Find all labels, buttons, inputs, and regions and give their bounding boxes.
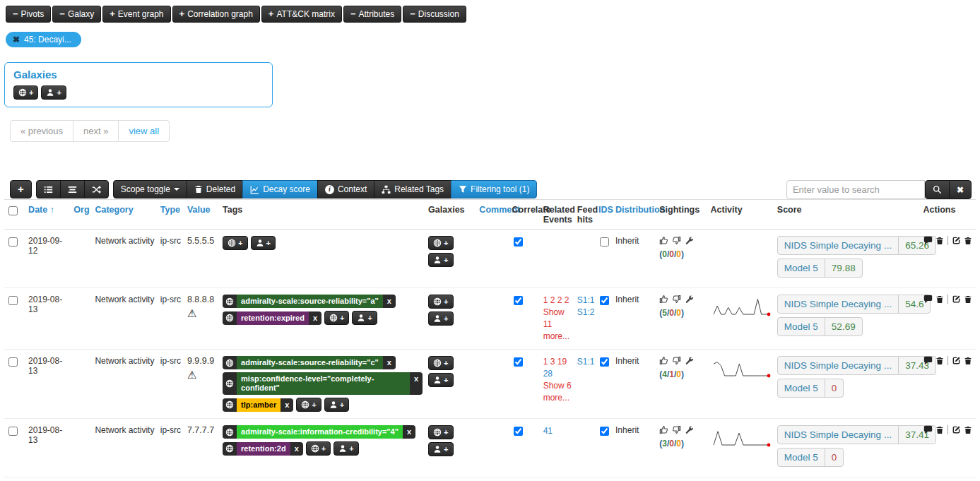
trash-icon[interactable] bbox=[964, 426, 972, 434]
shuffle-view-button[interactable] bbox=[84, 180, 109, 198]
related-tags-button[interactable]: Related Tags bbox=[374, 180, 451, 198]
edit-icon[interactable] bbox=[952, 236, 961, 245]
tag[interactable]: retention:2dx bbox=[223, 442, 303, 456]
add-person-local-tag-button[interactable]: + bbox=[251, 236, 276, 250]
remove-tag-button[interactable]: x bbox=[403, 425, 415, 439]
add-globe-row-galaxy-button[interactable]: + bbox=[428, 236, 453, 250]
tag[interactable]: admiralty-scale:source-reliability="c"x bbox=[223, 356, 396, 369]
remove-tag-button[interactable]: x bbox=[410, 372, 423, 395]
decay-score-badge[interactable]: Model 50 bbox=[777, 379, 844, 398]
scope-toggle-button[interactable]: Scope toggle bbox=[113, 180, 187, 198]
correlate-checkbox[interactable] bbox=[514, 237, 523, 247]
proposal-view-button[interactable] bbox=[60, 180, 85, 198]
comment-icon[interactable] bbox=[923, 295, 933, 304]
thumbs-down-icon[interactable] bbox=[672, 425, 681, 434]
related-event-link[interactable]: 1 bbox=[543, 357, 548, 367]
related-event-link[interactable]: 3 bbox=[550, 357, 555, 367]
thumbs-down-icon[interactable] bbox=[672, 295, 681, 304]
remove-tag-button[interactable]: x bbox=[383, 295, 396, 308]
row-select-checkbox[interactable] bbox=[8, 427, 18, 436]
correlate-checkbox[interactable] bbox=[514, 427, 523, 436]
ids-checkbox[interactable] bbox=[600, 237, 609, 247]
add-globe-tag-button[interactable]: + bbox=[296, 398, 321, 412]
previous-page-button[interactable]: « previous bbox=[10, 120, 73, 142]
ids-checkbox[interactable] bbox=[600, 427, 609, 436]
tab-pivots[interactable]: −Pivots bbox=[6, 6, 51, 23]
column-header-value[interactable]: Value bbox=[184, 200, 220, 230]
trash-icon[interactable] bbox=[964, 295, 972, 304]
clear-search-button[interactable]: ✖ bbox=[949, 180, 972, 199]
tab-discussion[interactable]: −Discussion bbox=[403, 6, 466, 23]
add-globe-row-galaxy-button[interactable]: + bbox=[428, 425, 453, 439]
decay-score-badge[interactable]: Model 579.88 bbox=[777, 259, 863, 278]
column-header-ids[interactable]: IDS bbox=[596, 200, 613, 230]
decay-score-badge[interactable]: Model 552.69 bbox=[777, 317, 863, 336]
add-attribute-button[interactable]: + bbox=[10, 180, 32, 198]
trash-icon[interactable] bbox=[964, 237, 972, 245]
thumbs-down-icon[interactable] bbox=[672, 236, 681, 245]
column-header-comment[interactable]: Comment bbox=[476, 200, 509, 230]
add-person-row-local-galaxy-button[interactable]: + bbox=[428, 442, 453, 456]
thumbs-up-icon[interactable] bbox=[659, 425, 668, 434]
trash-icon[interactable] bbox=[935, 237, 944, 245]
correlate-checkbox[interactable] bbox=[514, 296, 523, 305]
thumbs-down-icon[interactable] bbox=[672, 356, 681, 365]
edit-icon[interactable] bbox=[952, 295, 961, 304]
correlate-checkbox[interactable] bbox=[514, 357, 523, 367]
add-person-row-local-galaxy-button[interactable]: + bbox=[428, 373, 453, 387]
wrench-icon[interactable] bbox=[685, 295, 694, 304]
add-person-row-local-galaxy-button[interactable]: + bbox=[428, 253, 453, 267]
trash-icon[interactable] bbox=[964, 357, 972, 365]
next-page-button[interactable]: next » bbox=[73, 120, 119, 142]
tab-event-graph[interactable]: +Event graph bbox=[102, 6, 170, 23]
trash-icon[interactable] bbox=[935, 295, 944, 304]
related-event-link[interactable]: 2 bbox=[557, 295, 562, 305]
tag[interactable]: admiralty-scale:information-credibility=… bbox=[223, 425, 415, 439]
add-person-local-tag-button[interactable]: + bbox=[324, 398, 349, 412]
related-event-link[interactable]: 2 bbox=[565, 295, 569, 305]
decay-score-button[interactable]: Decay score bbox=[242, 180, 318, 198]
tag[interactable]: admiralty-scale:source-reliability="a"x bbox=[223, 295, 396, 308]
add-person-local-galaxy-button[interactable]: + bbox=[41, 85, 66, 100]
decay-score-badge[interactable]: NIDS Simple Decaying ...54.6 bbox=[777, 295, 931, 314]
select-all-checkbox[interactable] bbox=[8, 206, 18, 215]
column-header-type[interactable]: Type bbox=[158, 200, 184, 230]
add-globe-tag-button[interactable]: + bbox=[324, 311, 349, 325]
column-header-org[interactable]: Org bbox=[71, 200, 92, 230]
pivot-pill[interactable]: ✖ 45: Decayi... bbox=[6, 32, 81, 47]
related-event-link[interactable]: Show 6 more... bbox=[543, 381, 572, 403]
tab-att-ck-matrix[interactable]: +ATT&CK matrix bbox=[261, 6, 342, 23]
add-globe-row-galaxy-button[interactable]: + bbox=[428, 295, 453, 309]
comment-icon[interactable] bbox=[923, 425, 933, 434]
tag[interactable]: tlp:amberx bbox=[223, 398, 293, 412]
add-person-local-tag-button[interactable]: + bbox=[352, 311, 377, 325]
close-icon[interactable]: ✖ bbox=[13, 35, 20, 44]
feed-hit-link[interactable]: S1:2 bbox=[577, 307, 593, 319]
tab-correlation-graph[interactable]: +Correlation graph bbox=[172, 6, 260, 23]
feed-hit-link[interactable]: S1:1 bbox=[577, 356, 593, 368]
view-all-button[interactable]: view all bbox=[118, 120, 170, 142]
tab-attributes[interactable]: −Attributes bbox=[343, 6, 401, 23]
decay-score-badge[interactable]: Model 50 bbox=[777, 448, 844, 467]
trash-icon[interactable] bbox=[935, 357, 944, 365]
decay-score-badge[interactable]: NIDS Simple Decaying ...37.43 bbox=[777, 356, 936, 375]
thumbs-up-icon[interactable] bbox=[659, 295, 668, 304]
related-event-link[interactable]: 19 bbox=[557, 357, 567, 367]
ids-checkbox[interactable] bbox=[600, 296, 609, 305]
add-globe-tag-button[interactable]: + bbox=[223, 236, 247, 250]
list-view-button[interactable] bbox=[36, 180, 61, 198]
search-button[interactable] bbox=[925, 180, 950, 199]
edit-icon[interactable] bbox=[952, 356, 961, 365]
related-event-link[interactable]: Show 11 more... bbox=[543, 307, 569, 341]
tab-galaxy[interactable]: −Galaxy bbox=[52, 6, 101, 23]
related-event-link[interactable]: 2 bbox=[550, 295, 555, 305]
ids-checkbox[interactable] bbox=[600, 357, 609, 367]
row-select-checkbox[interactable] bbox=[8, 296, 18, 305]
edit-icon[interactable] bbox=[952, 425, 961, 434]
add-person-local-tag-button[interactable]: + bbox=[333, 441, 358, 456]
thumbs-up-icon[interactable] bbox=[659, 236, 668, 245]
decay-score-badge[interactable]: NIDS Simple Decaying ...37.41 bbox=[777, 425, 936, 444]
add-globe-galaxy-button[interactable]: + bbox=[13, 85, 38, 100]
remove-tag-button[interactable]: x bbox=[383, 356, 396, 369]
decay-score-badge[interactable]: NIDS Simple Decaying ...65.26 bbox=[777, 236, 936, 255]
